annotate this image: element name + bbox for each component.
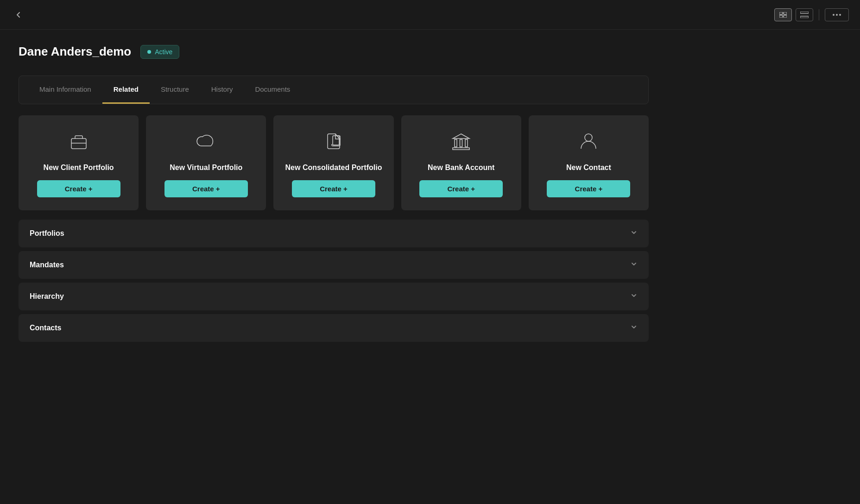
create-virtual-portfolio-button[interactable]: Create + [164,180,248,197]
view-button-grid[interactable] [774,8,792,21]
status-label: Active [155,48,172,56]
accordion-mandates-header[interactable]: Mandates [19,251,649,279]
svg-rect-5 [800,16,809,18]
card-title-client-portfolio: New Client Portfolio [44,163,114,173]
svg-point-6 [833,14,835,16]
svg-rect-0 [779,12,783,14]
accordion-contacts: Contacts [19,314,649,342]
status-badge: Active [140,45,179,59]
accordion-hierarchy: Hierarchy [19,283,649,310]
topbar-divider [819,9,819,20]
tabs: Main Information Related Structure Histo… [28,76,639,104]
tab-related[interactable]: Related [102,76,150,104]
status-dot [147,50,151,54]
tabs-container: Main Information Related Structure Histo… [19,76,649,104]
accordion-hierarchy-title: Hierarchy [30,292,64,301]
tab-main-information[interactable]: Main Information [28,76,102,104]
card-title-contact: New Contact [566,163,611,173]
person-icon [577,130,600,155]
card-new-bank-account: New Bank Account Create + [401,115,521,210]
card-new-virtual-portfolio: New Virtual Portfolio Create + [146,115,266,210]
svg-rect-16 [453,148,469,150]
chevron-down-icon-hierarchy [630,292,638,301]
card-new-client-portfolio: New Client Portfolio Create + [19,115,139,210]
card-title-virtual-portfolio: New Virtual Portfolio [170,163,242,173]
chevron-down-icon-mandates [630,260,638,270]
chevron-down-icon-contacts [630,323,638,333]
create-consolidated-portfolio-button[interactable]: Create + [292,180,375,197]
create-bank-account-button[interactable]: Create + [419,180,503,197]
back-button[interactable] [11,7,26,22]
view-button-list[interactable] [796,8,813,21]
topbar-left [11,7,26,22]
svg-rect-15 [465,139,468,147]
accordion-portfolios: Portfolios [19,220,649,247]
card-new-contact: New Contact Create + [529,115,649,210]
cloud-icon [195,130,217,155]
bank-icon [450,130,472,155]
accordion: Portfolios Mandates Hierarch [19,220,649,342]
page-header: Dane Anders_demo Active [19,44,649,59]
topbar [0,0,860,30]
svg-rect-9 [71,139,86,149]
page-title: Dane Anders_demo [19,44,131,59]
svg-rect-3 [784,15,787,18]
cards-grid: New Client Portfolio Create + New Virtua… [19,115,649,210]
create-client-portfolio-button[interactable]: Create + [37,180,120,197]
topbar-right [774,8,849,21]
svg-rect-13 [455,139,457,147]
chevron-down-icon-portfolios [630,229,638,238]
more-button[interactable] [825,8,849,21]
svg-rect-1 [784,12,787,14]
svg-rect-4 [800,12,809,13]
accordion-mandates-title: Mandates [30,261,64,269]
accordion-portfolios-title: Portfolios [30,229,64,238]
briefcase-icon [68,130,90,155]
create-contact-button[interactable]: Create + [547,180,630,197]
card-title-consolidated-portfolio: New Consolidated Portfolio [285,163,382,173]
svg-marker-12 [453,134,469,139]
tab-history[interactable]: History [200,76,244,104]
accordion-portfolios-header[interactable]: Portfolios [19,220,649,247]
accordion-mandates: Mandates [19,251,649,279]
svg-rect-14 [460,139,462,147]
accordion-contacts-title: Contacts [30,324,61,332]
card-new-consolidated-portfolio: New Consolidated Portfolio Create + [273,115,393,210]
svg-rect-2 [779,15,783,18]
accordion-hierarchy-header[interactable]: Hierarchy [19,283,649,310]
main-content: Dane Anders_demo Active Main Information… [0,30,667,357]
svg-point-8 [839,14,841,16]
tab-documents[interactable]: Documents [244,76,301,104]
card-title-bank-account: New Bank Account [428,163,494,173]
tab-structure[interactable]: Structure [150,76,200,104]
svg-point-17 [585,134,592,141]
files-icon [322,130,345,155]
accordion-contacts-header[interactable]: Contacts [19,314,649,342]
svg-point-7 [836,14,838,16]
